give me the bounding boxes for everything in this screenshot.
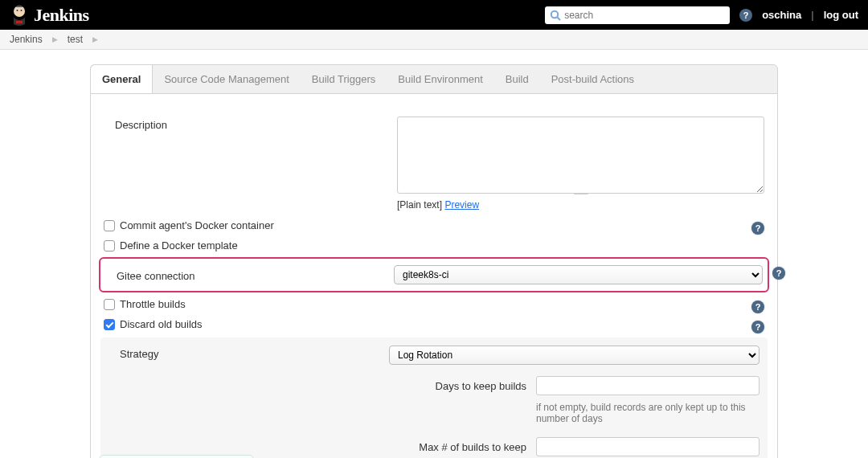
user-link[interactable]: oschina — [762, 9, 801, 21]
commit-agent-checkbox[interactable] — [104, 220, 115, 231]
svg-line-5 — [558, 17, 561, 20]
gitee-connection-select[interactable]: giteek8s-ci — [394, 265, 763, 284]
tab-env[interactable]: Build Environment — [387, 65, 494, 93]
plain-text-label: [Plain text] — [397, 199, 442, 211]
breadcrumb: Jenkins ▶ test ▶ — [0, 30, 868, 50]
description-textarea[interactable] — [397, 117, 764, 194]
commit-agent-label: Commit agent's Docker container — [120, 219, 274, 231]
gitee-label: Gitee connection — [105, 268, 394, 282]
search-input[interactable] — [564, 10, 725, 21]
days-to-keep-input[interactable] — [536, 376, 760, 395]
config-form: General Source Code Management Build Tri… — [90, 64, 778, 458]
days-help-text: if not empty, build records are only kep… — [536, 402, 753, 424]
gitee-connection-row: Gitee connection giteek8s-ci ? — [99, 257, 769, 292]
help-icon[interactable]: ? — [751, 301, 764, 313]
max-builds-label: Max # of builds to keep — [406, 441, 526, 453]
tab-post[interactable]: Post-build Actions — [540, 65, 645, 93]
discard-label: Discard old builds — [120, 318, 203, 330]
svg-rect-1 — [16, 21, 23, 23]
throttle-checkbox[interactable] — [104, 299, 115, 310]
days-label: Days to keep builds — [406, 380, 526, 392]
breadcrumb-item[interactable]: Jenkins — [10, 34, 43, 45]
strategy-select[interactable]: Log Rotation — [389, 346, 760, 365]
jenkins-icon — [10, 3, 29, 27]
help-icon[interactable]: ? — [751, 321, 764, 333]
strategy-label: Strategy — [108, 346, 389, 360]
max-builds-input[interactable] — [536, 437, 760, 456]
throttle-label: Throttle builds — [120, 298, 186, 310]
help-icon[interactable]: ? — [739, 9, 752, 22]
resize-grip-icon[interactable] — [569, 193, 593, 198]
discard-settings: Strategy Log Rotation Days to keep build… — [100, 337, 768, 458]
svg-point-4 — [551, 10, 558, 17]
tab-build[interactable]: Build — [494, 65, 540, 93]
chevron-right-icon: ▶ — [92, 35, 98, 43]
breadcrumb-item[interactable]: test — [68, 34, 83, 45]
config-panel: Description [Plain text] Preview Commit … — [90, 94, 778, 458]
chevron-right-icon: ▶ — [52, 35, 58, 43]
tab-scm[interactable]: Source Code Management — [153, 65, 300, 93]
form-actions: Save Apply — [99, 455, 254, 458]
tab-general[interactable]: General — [90, 64, 153, 93]
search-box[interactable] — [545, 6, 730, 24]
help-icon[interactable]: ? — [751, 222, 764, 235]
help-icon[interactable]: ? — [772, 267, 785, 280]
config-tabs: General Source Code Management Build Tri… — [90, 64, 778, 94]
define-template-label: Define a Docker template — [120, 239, 238, 251]
search-icon — [550, 10, 561, 21]
separator: | — [811, 9, 813, 21]
discard-checkbox[interactable] — [104, 319, 115, 330]
brand-text: Jenkins — [34, 5, 89, 26]
preview-link[interactable]: Preview — [444, 199, 479, 211]
svg-point-3 — [21, 10, 23, 11]
top-header: Jenkins ? oschina | log out — [0, 0, 868, 30]
description-label: Description — [104, 117, 397, 131]
logout-link[interactable]: log out — [824, 9, 858, 21]
define-template-checkbox[interactable] — [104, 240, 115, 251]
svg-point-0 — [14, 6, 25, 17]
logo[interactable]: Jenkins — [10, 3, 89, 27]
svg-point-2 — [17, 10, 18, 11]
tab-triggers[interactable]: Build Triggers — [301, 65, 387, 93]
